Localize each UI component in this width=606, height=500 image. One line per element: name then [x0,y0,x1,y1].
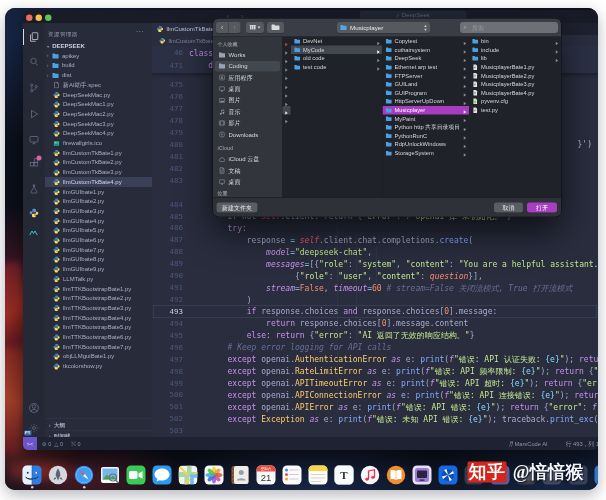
file-item-Copytest[interactable]: Copytest [383,37,470,46]
dock-music[interactable] [360,465,380,485]
dock-safari[interactable] [74,465,94,485]
explorer-item-DeepSeekMac2.py[interactable]: DeepSeekMac2.py [45,109,152,119]
file-item-old code[interactable]: old code [291,54,383,63]
toolbar-folder-button[interactable] [267,22,284,33]
traffic-light-zoom[interactable] [45,15,52,22]
status-right[interactable]: ᛖMarsCode AI行 493，列 18 [509,437,598,450]
explorer-item-llmGUIbate2.py[interactable]: llmGUIbate2.py [45,197,152,207]
explorer-item-llmTTKBootstrapBate1.py[interactable]: llmTTKBootstrapBate1.py [45,284,152,294]
file-item-test code[interactable]: test code [291,63,383,72]
dock-photos[interactable] [204,465,224,485]
dock-pinwheel-blue[interactable] [438,465,458,485]
dock-finder[interactable] [22,465,42,485]
new-folder-button[interactable]: 新建文件夹 [217,203,258,213]
dock-contacts[interactable] [230,465,250,485]
ports-status[interactable]: 0 [71,437,81,450]
dock-preview[interactable] [100,465,120,485]
dock-typora[interactable]: T [334,465,354,485]
explorer-item-apikey[interactable]: ›apikey [45,51,152,61]
file-item-GUILand[interactable]: GUILand [383,80,470,89]
view-mode-button[interactable] [246,22,264,33]
explorer-item-新AI助手.spec[interactable]: 新AI助手.spec [45,80,152,90]
explorer-item-llmCustomTkBate4.py[interactable]: llmCustomTkBate4.py [45,177,152,187]
file-item-MyCode[interactable]: MyCode [291,46,383,55]
file-item-MusicplayerBate3.py[interactable]: MusicplayerBate3.py [469,80,561,89]
favorites-桌面[interactable]: 桌面 [215,84,280,95]
dock-edge-app[interactable] [594,465,598,485]
explorer-item-llmGUIbate8.py[interactable]: llmGUIbate8.py [45,255,152,265]
explorer-more-actions[interactable]: ··· [136,28,144,36]
dock-reminders[interactable] [282,465,302,485]
activity-run-debug-icon[interactable] [23,104,45,124]
file-item-DeepSeek[interactable]: DeepSeek [383,54,470,63]
explorer-item-llmGUIbate1.py[interactable]: llmGUIbate1.py [45,187,152,197]
dock-books[interactable] [386,465,406,485]
dock-vm-app[interactable] [412,465,432,485]
favorites-影片[interactable]: 影片 [215,118,280,129]
file-item-cuthairsystem[interactable]: cuthairsystem [383,46,470,55]
file-item-Musicplayer[interactable]: Musicplayer [383,106,470,115]
file-item-DevNet[interactable]: DevNet [291,37,383,46]
activity-settings-icon[interactable]: PY [23,418,45,438]
explorer-item-dist[interactable]: ›dist [45,70,152,80]
file-item-Ethernet arp test[interactable]: Ethernet arp test [383,63,470,72]
explorer-item-llmGUIbate6.py[interactable]: llmGUIbate6.py [45,235,152,245]
explorer-item-DeepSeekMac.py[interactable]: DeepSeekMac.py [45,90,152,100]
dock-facetime[interactable] [126,465,146,485]
explorer-item-llmTTKBootstrapBate2.py[interactable]: llmTTKBootstrapBate2.py [45,294,152,304]
explorer-item-llmGUIbate3.py[interactable]: llmGUIbate3.py [45,206,152,216]
file-item-MusicplayerBate4.py[interactable]: MusicplayerBate4.py [469,89,561,98]
explorer-item-DeepSeekMac4.py[interactable]: DeepSeekMac4.py [45,129,152,139]
favorites-应用程序[interactable]: A应用程序 [215,72,280,83]
explorer-item-llmCustomTkBate2.py[interactable]: llmCustomTkBate2.py [45,158,152,168]
traffic-light-close[interactable] [26,15,33,22]
forward-button[interactable]: › [229,22,241,33]
problems-status[interactable]: ⊘ 0 △ 0 [42,437,63,450]
explorer-item-llmTTKBootstrapBate5.py[interactable]: llmTTKBootstrapBate5.py [45,323,152,333]
explorer-item-firewallgirls.ico[interactable]: firewallgirls.ico [45,138,152,148]
dock-calendar[interactable]: 星期六21 [256,465,276,485]
explorer-item-DeepSeekMac3.py[interactable]: DeepSeekMac3.py [45,119,152,129]
file-item-bin[interactable]: bin [469,37,561,46]
activity-remote-explorer-icon[interactable] [23,130,45,150]
explorer-item-llmTTKBootstrapBate3.py[interactable]: llmTTKBootstrapBate3.py [45,303,152,313]
back-button[interactable]: ‹ [216,22,228,33]
open-button[interactable]: 打开 [527,203,557,213]
explorer-root-folder[interactable]: ▾DEEPSEEK [45,41,152,51]
dock-launchpad[interactable] [48,465,68,485]
file-item-RdpUnlockWindows[interactable]: RdpUnlockWindows [383,140,470,149]
dock-notes[interactable] [308,465,328,485]
activity-marscode-icon[interactable] [23,223,45,243]
file-item-PythonRunC[interactable]: PythonRunC [383,132,470,141]
favorites-Coding[interactable]: Coding [215,61,280,72]
file-item-include[interactable]: include [469,46,561,55]
dock-messages[interactable] [152,465,172,485]
explorer-item-DeepSeekMac1.py[interactable]: DeepSeekMac1.py [45,100,152,110]
file-item-HttpServerUpDown[interactable]: HttpServerUpDown [383,97,470,106]
explorer-item-llmGUIbate7.py[interactable]: llmGUIbate7.py [45,245,152,255]
file-item-pyvenv.cfg[interactable]: pyvenv.cfg [469,97,561,106]
cancel-button[interactable]: 取消 [494,203,523,213]
favorites-iCloud 云盘[interactable]: iCloud 云盘 [215,154,280,165]
activity-accounts-icon[interactable] [23,398,45,418]
remote-indicator[interactable]: >< [23,437,37,450]
dialog-search-field[interactable]: ⌕ 搜索 [460,22,558,33]
file-item-MusicplayerBate1.py[interactable]: MusicplayerBate1.py [469,63,561,72]
file-item-MusicplayerBate2.py[interactable]: MusicplayerBate2.py [469,71,561,80]
activity-explorer-icon[interactable] [23,27,45,47]
explorer-item-llmTTKBootstrapBate7.py[interactable]: llmTTKBootstrapBate7.py [45,342,152,352]
file-item-MyPaint[interactable]: MyPaint [383,114,470,123]
explorer-item-llmCustomTkBate3.py[interactable]: llmCustomTkBate3.py [45,167,152,177]
activity-extensions-icon[interactable] [23,153,45,173]
explorer-item-tkcolorshow.py[interactable]: tkcolorshow.py [45,361,152,371]
favorites-音乐[interactable]: 音乐 [215,107,280,118]
activity-search-icon[interactable] [23,52,45,72]
traffic-light-minimize[interactable] [36,15,43,22]
favorites-桌面[interactable]: 桌面 [215,177,280,188]
explorer-item-llmGUIbate9.py[interactable]: llmGUIbate9.py [45,264,152,274]
file-item-lib[interactable]: lib [469,54,561,63]
favorites-文稿[interactable]: 文稿 [215,165,280,176]
explorer-item-LLMTalk.py[interactable]: LLMTalk.py [45,274,152,284]
favorites-图片[interactable]: 图片 [215,95,280,106]
location-popup[interactable]: Musicplayer ▲▼ [337,22,430,33]
